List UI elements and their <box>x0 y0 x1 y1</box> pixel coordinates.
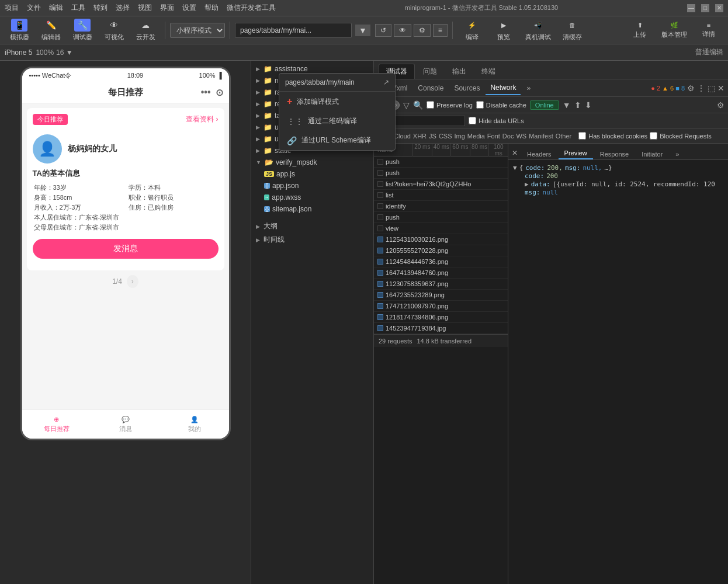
request-item[interactable]: identify <box>374 201 508 212</box>
settings-gear-button[interactable]: ⚙ <box>414 24 431 37</box>
menu-help[interactable]: 帮助 <box>204 3 219 13</box>
filter-xhr[interactable]: XHR <box>413 133 427 140</box>
menu-goto[interactable]: 转到 <box>93 3 108 13</box>
scale-selector[interactable]: 16 ▼ <box>56 48 73 57</box>
menu-tools[interactable]: 工具 <box>71 3 85 13</box>
filter-font[interactable]: Font <box>487 133 500 140</box>
upload-button[interactable]: ⬆ 上传 <box>625 19 654 41</box>
send-message-button[interactable]: 发消息 <box>33 239 219 259</box>
request-item[interactable]: list?token=hei73kQt2gQZHHo <box>374 179 508 190</box>
request-item[interactable]: 12055555270228.png <box>374 245 508 256</box>
close-button[interactable]: ✕ <box>715 4 723 12</box>
filter-other[interactable]: Other <box>556 133 572 140</box>
debugger-button[interactable]: 🔧 调试器 <box>68 16 97 44</box>
request-item[interactable]: push <box>374 168 508 179</box>
urlscheme-compile-item[interactable]: 🔗 通过URL Scheme编译 <box>279 131 395 150</box>
tab-initiator[interactable]: Initiator <box>636 149 668 159</box>
panel-close-icon[interactable]: ✕ <box>717 84 724 93</box>
next-page-icon[interactable]: › <box>127 275 138 288</box>
request-item[interactable]: 17471210097970.png <box>374 301 508 312</box>
minimize-button[interactable]: — <box>687 4 695 12</box>
menu-wechat-tools[interactable]: 微信开发者工具 <box>227 3 276 13</box>
file-appjs[interactable]: JS app.js <box>251 168 373 180</box>
search-icon[interactable]: 🔍 <box>413 100 423 110</box>
tab-preview[interactable]: Preview <box>559 148 593 159</box>
request-item[interactable]: 12181747394806.png <box>374 312 508 323</box>
data-expand-icon[interactable]: ▶ <box>525 180 529 188</box>
tab-terminal[interactable]: 终端 <box>474 64 502 79</box>
online-badge[interactable]: Online <box>530 100 559 110</box>
folder-verify-mpsdk[interactable]: ▼ 📂 verify_mpsdk <box>251 157 373 168</box>
request-item[interactable]: list <box>374 190 508 201</box>
file-appwxss[interactable]: ~ app.wxss <box>251 192 373 203</box>
cloud-button[interactable]: ☁ 云开发 <box>131 16 160 44</box>
tab-headers[interactable]: Headers <box>521 149 557 159</box>
view-more-link[interactable]: 查看资料 › <box>186 114 218 124</box>
tab-network[interactable]: Network <box>486 81 521 95</box>
filter-cloud[interactable]: Cloud <box>394 133 411 140</box>
detail-close-btn[interactable]: ✕ <box>512 147 518 159</box>
request-item[interactable]: 11254310030216.png <box>374 234 508 245</box>
network-settings-icon[interactable]: ⚙ <box>717 100 724 110</box>
scan-icon[interactable]: ⊙ <box>216 87 223 98</box>
more-icon[interactable]: ••• <box>201 87 211 98</box>
tab-more[interactable]: » <box>522 82 535 95</box>
header-icons[interactable]: ••• ⊙ <box>201 87 223 98</box>
simulator-button[interactable]: 📱 模拟器 <box>5 16 34 44</box>
filter-icon[interactable]: ▽ <box>403 100 410 110</box>
tab-sources[interactable]: Sources <box>449 82 484 95</box>
collapse-icon[interactable]: ▼ <box>513 164 517 172</box>
request-item[interactable]: view <box>374 223 508 234</box>
visual-button[interactable]: 👁 可视化 <box>99 16 129 44</box>
filter-js[interactable]: JS <box>429 133 436 140</box>
nav-messages[interactable]: 💬 消息 <box>91 410 160 439</box>
window-controls[interactable]: — □ ✕ <box>687 4 723 12</box>
section-timeline[interactable]: ▶ 时间线 <box>251 233 373 246</box>
tab-console[interactable]: Console <box>413 82 448 95</box>
file-appjson[interactable]: {} app.json <box>251 180 373 192</box>
maximize-button[interactable]: □ <box>701 4 709 12</box>
blocked-cookies-checkbox[interactable] <box>578 132 586 140</box>
more-options-icon[interactable]: ⋮ <box>697 84 705 93</box>
filter-img[interactable]: Img <box>455 133 465 140</box>
compile-button[interactable]: ⚡ 编译 <box>457 16 487 44</box>
external-link-icon[interactable]: ↗ <box>383 78 389 86</box>
realtest-button[interactable]: 📲 真机调试 <box>521 16 556 44</box>
request-item[interactable]: 11230758359637.png <box>374 279 508 290</box>
detail-button[interactable]: ≡ 详情 <box>694 19 723 41</box>
qrcode-compile-item[interactable]: ⋮⋮ 通过二维码编译 <box>279 112 395 131</box>
mode-select[interactable]: 小程序模式 <box>170 23 225 38</box>
hide-data-urls-checkbox[interactable] <box>469 117 476 124</box>
request-item[interactable]: 16474139484760.png <box>374 267 508 279</box>
request-item[interactable]: push <box>374 157 508 168</box>
more-button[interactable]: ≡ <box>433 24 448 37</box>
editor-button[interactable]: ✏️ 编辑器 <box>36 16 65 44</box>
preserve-log-checkbox[interactable] <box>427 101 434 109</box>
menu-select[interactable]: 选择 <box>116 3 130 13</box>
clearcache-button[interactable]: 🗑 清缓存 <box>558 16 587 44</box>
filter-doc[interactable]: Doc <box>502 133 514 140</box>
filter-ws[interactable]: WS <box>516 133 526 140</box>
request-item[interactable]: 11245484446736.png <box>374 256 508 267</box>
path-input[interactable] <box>235 23 352 38</box>
request-item[interactable]: 1647235523289.png <box>374 290 508 301</box>
section-daxing[interactable]: ▶ 大纲 <box>251 220 373 233</box>
path-dropdown-button[interactable]: ▼ <box>355 25 370 36</box>
tab-output[interactable]: 输出 <box>445 64 473 79</box>
panel-expand-icon[interactable]: ⬚ <box>708 84 715 93</box>
refresh-button[interactable]: ↺ <box>375 24 391 37</box>
menu-interface[interactable]: 界面 <box>160 3 174 13</box>
tab-problems[interactable]: 问题 <box>416 64 444 79</box>
file-sitemapjson[interactable]: {} sitemap.json <box>251 203 373 215</box>
eye-button[interactable]: 👁 <box>394 24 411 37</box>
add-compile-mode-item[interactable]: + 添加编译模式 <box>279 92 395 112</box>
menu-view[interactable]: 视图 <box>138 3 152 13</box>
version-button[interactable]: 🌿 版本管理 <box>657 19 692 41</box>
preview-button[interactable]: ▶ 预览 <box>489 16 518 44</box>
menu-edit[interactable]: 编辑 <box>49 3 63 13</box>
menu-bar[interactable]: 项目 文件 编辑 工具 转到 选择 视图 界面 设置 帮助 微信开发者工具 <box>5 3 276 13</box>
nav-recommend[interactable]: ⊕ 每日推荐 <box>22 410 91 439</box>
menu-file[interactable]: 文件 <box>27 3 41 13</box>
settings-icon[interactable]: ⚙ <box>687 84 695 93</box>
menu-settings[interactable]: 设置 <box>182 3 196 13</box>
